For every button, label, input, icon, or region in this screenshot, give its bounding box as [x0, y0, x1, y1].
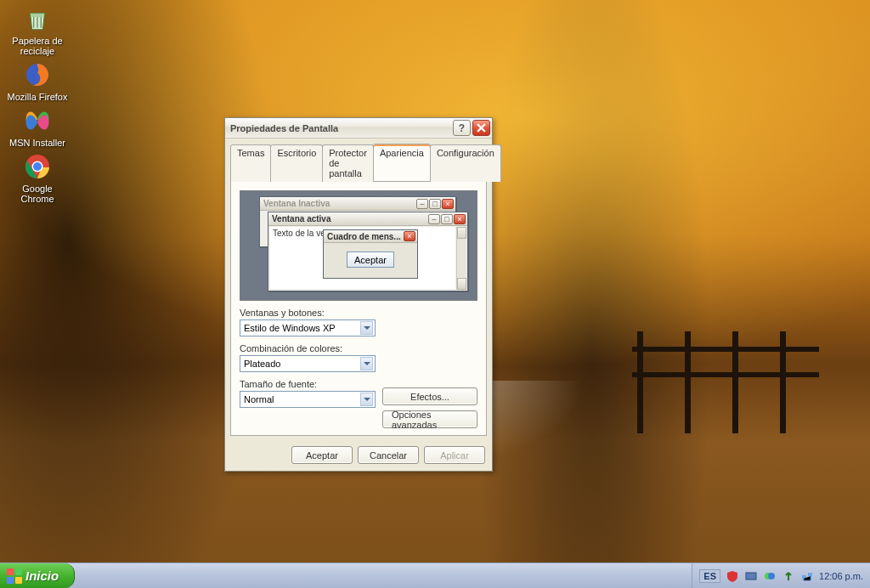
start-button[interactable]: Inicio: [0, 563, 75, 588]
tab-escritorio[interactable]: Escritorio: [270, 144, 323, 182]
svg-point-3: [33, 162, 42, 171]
color-scheme-combo[interactable]: Plateado: [240, 355, 376, 372]
clock[interactable]: 12:06 p.m.: [819, 571, 863, 581]
msn-butterfly-icon: [22, 105, 53, 136]
svg-rect-4: [746, 573, 756, 580]
chevron-down-icon: [360, 321, 373, 335]
advanced-options-button[interactable]: Opciones avanzadas: [382, 410, 477, 428]
desktop-icon-label: Papelera de reciclaje: [3, 36, 71, 56]
ok-button[interactable]: Aceptar: [291, 446, 353, 464]
windows-buttons-combo[interactable]: Estilo de Windows XP: [240, 319, 376, 336]
tab-strip: Temas Escritorio Protector de pantalla A…: [225, 139, 492, 181]
chevron-down-icon: [360, 393, 373, 406]
minimize-icon: –: [416, 199, 428, 209]
effects-button[interactable]: Efectos...: [382, 387, 477, 405]
tray-task-icon[interactable]: [744, 569, 758, 583]
appearance-preview: Ventana Inactiva – □ × Ventana activa – …: [240, 190, 477, 301]
tray-security-icon[interactable]: [726, 569, 739, 583]
tray-msn-icon[interactable]: [763, 569, 777, 583]
desktop-icon-recycle-bin[interactable]: Papelera de reciclaje: [3, 3, 71, 56]
windows-buttons-label: Ventanas y botones:: [240, 308, 477, 318]
close-button[interactable]: [472, 120, 490, 136]
desktop-icon-label: MSN Installer: [3, 138, 71, 148]
color-scheme-value: Plateado: [244, 359, 360, 369]
firefox-icon: [22, 59, 53, 90]
close-icon: ×: [454, 214, 466, 224]
cancel-button[interactable]: Cancelar: [358, 446, 419, 464]
desktop-icon-label: Google Chrome: [3, 184, 71, 204]
system-tray: ES 12:06 p.m.: [692, 563, 870, 588]
windows-logo-icon: [7, 568, 22, 584]
preview-active-title: Ventana activa: [272, 214, 427, 223]
preview-inactive-title: Ventana Inactiva: [263, 199, 415, 208]
start-label: Inicio: [25, 568, 59, 583]
preview-message-box: Cuadro de mens... × Aceptar: [323, 229, 418, 279]
chrome-icon: [22, 151, 53, 182]
desktop-icon-firefox[interactable]: Mozilla Firefox: [3, 59, 71, 102]
chevron-down-icon: [360, 357, 373, 370]
desktop-icon-msn-installer[interactable]: MSN Installer: [3, 105, 71, 148]
windows-buttons-value: Estilo de Windows XP: [244, 323, 360, 333]
dialog-action-buttons: Aceptar Cancelar Aplicar: [225, 441, 492, 471]
font-size-combo[interactable]: Normal: [240, 391, 376, 408]
close-icon: ×: [442, 199, 454, 209]
maximize-icon: □: [441, 214, 453, 224]
display-properties-dialog: Propiedades de Pantalla ? Temas Escritor…: [224, 117, 493, 472]
taskbar: Inicio ES 12:06 p.m.: [0, 563, 870, 588]
tab-page-apariencia: Ventana Inactiva – □ × Ventana activa – …: [230, 181, 487, 436]
recycle-bin-icon: [22, 3, 53, 34]
tray-usb-icon[interactable]: [782, 569, 795, 583]
svg-rect-8: [808, 573, 812, 576]
preview-msgbox-ok: Aceptar: [347, 252, 394, 268]
tab-configuracion[interactable]: Configuración: [430, 144, 501, 182]
desktop-icons: Papelera de reciclaje Mozilla Firefox MS…: [3, 0, 80, 204]
wallpaper-fence: [632, 331, 819, 425]
tray-network-icon[interactable]: [800, 569, 814, 583]
preview-active-window: Ventana activa – □ × Texto de la vent Cu…: [268, 212, 468, 291]
font-size-value: Normal: [244, 394, 360, 404]
tab-temas[interactable]: Temas: [230, 144, 271, 182]
preview-msgbox-title: Cuadro de mens...: [327, 232, 403, 241]
tab-apariencia[interactable]: Apariencia: [373, 144, 431, 181]
minimize-icon: –: [428, 214, 440, 224]
close-icon: [477, 123, 486, 133]
svg-point-6: [768, 573, 775, 580]
help-button[interactable]: ?: [453, 120, 471, 136]
dialog-title: Propiedades de Pantalla: [230, 123, 451, 133]
desktop-icon-label: Mozilla Firefox: [3, 92, 71, 102]
color-scheme-label: Combinación de colores:: [240, 343, 477, 353]
preview-scrollbar: [456, 227, 466, 290]
maximize-icon: □: [429, 199, 441, 209]
close-icon: ×: [404, 231, 415, 241]
language-indicator[interactable]: ES: [699, 569, 720, 583]
font-size-label: Tamaño de fuente:: [240, 379, 376, 389]
tab-protector[interactable]: Protector de pantalla: [322, 144, 374, 182]
apply-button[interactable]: Aplicar: [424, 446, 485, 464]
dialog-titlebar[interactable]: Propiedades de Pantalla ?: [225, 118, 492, 139]
desktop-icon-google-chrome[interactable]: Google Chrome: [3, 151, 71, 204]
